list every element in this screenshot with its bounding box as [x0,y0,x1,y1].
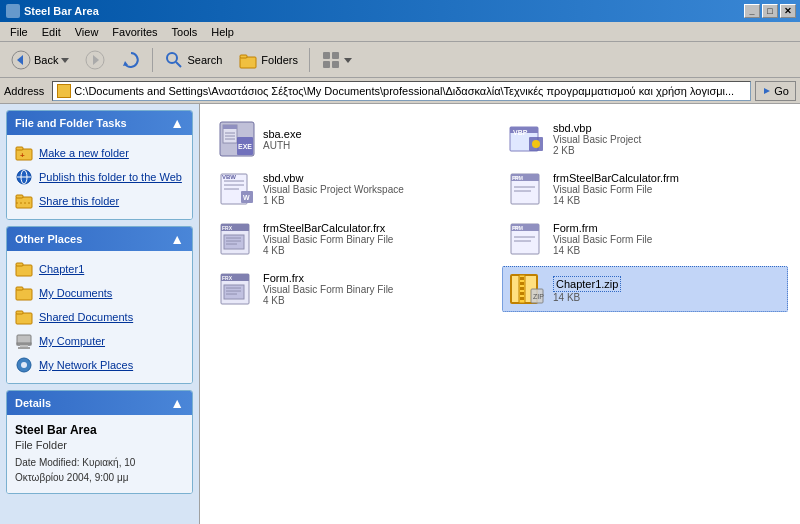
files-grid: EXE sba.exe AUTH VBP sbd.vbp Visual Basi… [208,112,792,316]
share-folder-link[interactable]: Share this folder [11,189,188,213]
other-places-section: Other Places ▲ Chapter1 My Documents [6,226,193,384]
file-name: Form.frx [263,272,393,284]
make-new-folder-label: Make a new folder [39,147,129,159]
other-places-header[interactable]: Other Places ▲ [7,227,192,251]
svg-rect-89 [520,297,524,300]
svg-rect-13 [332,61,339,68]
forward-button[interactable] [78,46,112,74]
views-button[interactable] [314,46,359,74]
chapter1-link[interactable]: Chapter1 [11,257,188,281]
details-collapse-icon: ▲ [170,395,184,411]
svg-rect-17 [16,147,23,150]
svg-rect-8 [240,57,256,68]
file-item[interactable]: FRX Form.frx Visual Basic Form Binary Fi… [212,266,498,312]
search-icon [164,50,184,70]
file-name: frmSteelBarCalculator.frm [553,172,679,184]
close-button[interactable]: ✕ [780,4,796,18]
file-item[interactable]: ZIP Chapter1.zip 14 KB [502,266,788,312]
svg-rect-86 [520,282,524,285]
back-icon [11,50,31,70]
svg-marker-15 [764,88,770,94]
zip-file-icon: ZIP [509,271,545,307]
file-item[interactable]: FRX frmSteelBarCalculator.frx Visual Bas… [212,216,498,262]
svg-text:FRM: FRM [512,175,523,181]
file-info: Form.frm Visual Basic Form File 14 KB [553,222,652,256]
collapse-icon: ▲ [170,115,184,131]
menu-tools[interactable]: Tools [166,24,204,40]
menu-view[interactable]: View [69,24,105,40]
file-size: 14 KB [553,195,679,206]
title-bar-title: Steel Bar Area [24,5,99,17]
address-box[interactable]: C:\Documents and Settings\Αναστάσιος Σέξ… [52,81,751,101]
back-button[interactable]: Back [4,46,76,74]
svg-text:FRM: FRM [512,225,523,231]
svg-marker-14 [344,58,352,63]
exe-file-icon: EXE [219,121,255,157]
frx-file-icon: FRX [219,221,255,257]
refresh-button[interactable] [114,46,148,74]
file-name: sba.exe [263,128,302,140]
svg-rect-88 [520,292,524,295]
maximize-button[interactable]: □ [762,4,778,18]
svg-rect-30 [16,311,23,314]
address-path: C:\Documents and Settings\Αναστάσιος Σέξ… [74,85,734,97]
minimize-button[interactable]: _ [744,4,760,18]
toolbar-sep-1 [152,48,153,72]
file-item[interactable]: VBP sbd.vbp Visual Basic Project 2 KB [502,116,788,162]
menu-favorites[interactable]: Favorites [106,24,163,40]
menu-file[interactable]: File [4,24,34,40]
main-container: File and Folder Tasks ▲ + Make a new fol… [0,104,800,524]
svg-rect-39 [223,125,237,129]
file-info: frmSteelBarCalculator.frx Visual Basic F… [263,222,393,256]
file-desc: Visual Basic Project Workspace [263,184,404,195]
file-info: sbd.vbp Visual Basic Project 2 KB [553,122,641,156]
menu-help[interactable]: Help [205,24,240,40]
svg-rect-66 [224,235,244,249]
menu-bar: File Edit View Favorites Tools Help [0,22,800,42]
svg-rect-23 [16,195,23,198]
details-content: Steel Bar Area File Folder Date Modified… [7,415,192,493]
file-desc: Visual Basic Form Binary File [263,234,393,245]
address-bar: Address C:\Documents and Settings\Αναστά… [0,78,800,104]
my-documents-link[interactable]: My Documents [11,281,188,305]
vbp-file-icon: VBP [509,121,545,157]
file-size: 4 KB [263,245,393,256]
file-item[interactable]: FRM Form.frm Visual Basic Form File 14 K… [502,216,788,262]
details-section: Details ▲ Steel Bar Area File Folder Dat… [6,390,193,494]
my-computer-label: My Computer [39,335,105,347]
svg-rect-11 [332,52,339,59]
refresh-icon [121,50,141,70]
file-name: sbd.vbw [263,172,404,184]
svg-rect-79 [224,285,244,299]
my-computer-link[interactable]: My Computer [11,329,188,353]
svg-rect-85 [520,277,524,280]
go-button[interactable]: Go [755,81,796,101]
svg-text:EXE: EXE [238,143,252,150]
my-documents-label: My Documents [39,287,112,299]
make-new-folder-link[interactable]: + Make a new folder [11,141,188,165]
publish-folder-link[interactable]: Publish this folder to the Web [11,165,188,189]
my-network-places-icon [15,356,33,374]
details-header[interactable]: Details ▲ [7,391,192,415]
shared-documents-link[interactable]: Shared Documents [11,305,188,329]
svg-point-6 [167,53,177,63]
svg-rect-34 [18,347,30,349]
search-button[interactable]: Search [157,46,229,74]
file-item[interactable]: EXE sba.exe AUTH [212,116,498,162]
title-bar-icon [6,4,20,18]
file-desc: Visual Basic Form Binary File [263,284,393,295]
file-size: 14 KB [553,292,621,303]
file-item[interactable]: FRM frmSteelBarCalculator.frm Visual Bas… [502,166,788,212]
my-network-places-link[interactable]: My Network Places [11,353,188,377]
menu-edit[interactable]: Edit [36,24,67,40]
file-folder-tasks-header[interactable]: File and Folder Tasks ▲ [7,111,192,135]
toolbar-sep-2 [309,48,310,72]
file-item[interactable]: VBW W sbd.vbw Visual Basic Project Works… [212,166,498,212]
folders-label: Folders [261,54,298,66]
file-size: 4 KB [263,295,393,306]
file-desc: AUTH [263,140,302,151]
svg-rect-12 [323,61,330,68]
svg-point-36 [21,362,27,368]
file-folder-tasks-section: File and Folder Tasks ▲ + Make a new fol… [6,110,193,220]
folders-button[interactable]: Folders [231,46,305,74]
